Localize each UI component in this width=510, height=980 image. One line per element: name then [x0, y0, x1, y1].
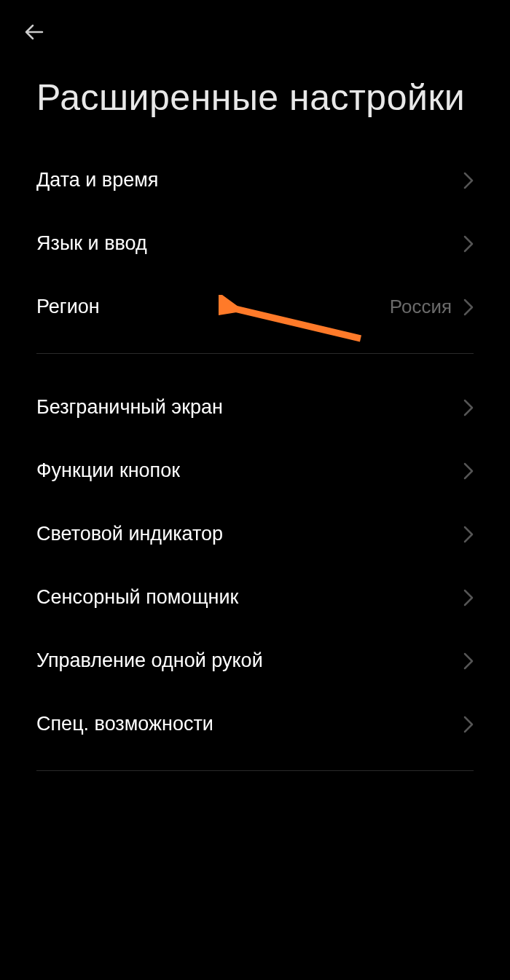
chevron-right-icon: [463, 652, 474, 670]
settings-item-language-input[interactable]: Язык и ввод: [0, 212, 510, 275]
list-item-right: [463, 716, 474, 733]
settings-item-led-indicator[interactable]: Световой индикатор: [0, 502, 510, 566]
list-item-label: Световой индикатор: [36, 523, 223, 545]
list-item-right: Россия: [390, 296, 474, 318]
page-title: Расширенные настройки: [36, 76, 474, 119]
list-item-right: [463, 526, 474, 543]
chevron-right-icon: [463, 589, 474, 606]
list-item-right: [463, 589, 474, 606]
list-item-label: Регион: [36, 296, 100, 318]
list-item-right: [463, 235, 474, 253]
page-title-container: Расширенные настройки: [0, 54, 510, 149]
list-item-label: Управление одной рукой: [36, 649, 263, 672]
list-item-value: Россия: [390, 296, 452, 318]
chevron-right-icon: [463, 235, 474, 253]
settings-item-date-time[interactable]: Дата и время: [0, 149, 510, 212]
list-item-right: [463, 399, 474, 416]
list-item-right: [463, 652, 474, 670]
list-item-label: Дата и время: [36, 169, 158, 191]
chevron-right-icon: [463, 462, 474, 480]
settings-item-region[interactable]: Регион Россия: [0, 275, 510, 339]
chevron-right-icon: [463, 172, 474, 189]
chevron-right-icon: [463, 526, 474, 543]
settings-item-fullscreen-display[interactable]: Безграничный экран: [0, 376, 510, 439]
arrow-left-icon: [20, 18, 48, 46]
settings-item-one-handed-mode[interactable]: Управление одной рукой: [0, 629, 510, 692]
settings-item-accessibility[interactable]: Спец. возможности: [0, 692, 510, 756]
chevron-right-icon: [463, 399, 474, 416]
list-item-right: [463, 172, 474, 189]
list-item-label: Язык и ввод: [36, 232, 147, 255]
settings-item-touch-assistant[interactable]: Сенсорный помощник: [0, 566, 510, 629]
list-item-label: Спец. возможности: [36, 713, 213, 735]
settings-item-button-functions[interactable]: Функции кнопок: [0, 439, 510, 502]
list-item-label: Сенсорный помощник: [36, 586, 238, 609]
back-button[interactable]: [20, 17, 50, 47]
settings-list: Дата и время Язык и ввод Регион Россия Б…: [0, 149, 510, 771]
header: [0, 0, 510, 54]
section-divider: [36, 770, 474, 771]
section-divider: [36, 353, 474, 354]
list-item-label: Функции кнопок: [36, 459, 180, 482]
chevron-right-icon: [463, 299, 474, 316]
list-item-label: Безграничный экран: [36, 396, 223, 419]
list-item-right: [463, 462, 474, 480]
chevron-right-icon: [463, 716, 474, 733]
